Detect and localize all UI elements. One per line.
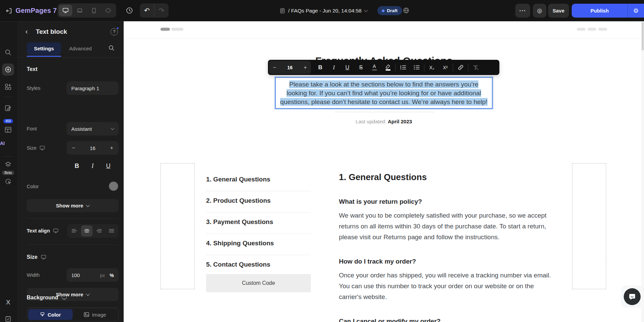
link-button[interactable] — [454, 62, 467, 73]
faq-section-heading[interactable]: 1. General Questions — [339, 171, 555, 183]
layers-icon[interactable] — [5, 161, 11, 168]
header-section-placeholder[interactable] — [124, 21, 644, 39]
add-section-icon[interactable] — [5, 83, 11, 90]
empty-column-placeholder-left[interactable] — [160, 163, 195, 289]
chat-bubble-button[interactable] — [624, 288, 641, 305]
italic-button[interactable]: I — [92, 163, 94, 170]
back-button[interactable]: ‹ — [25, 28, 28, 35]
faq-nav-item[interactable]: 1. General Questions — [206, 170, 311, 191]
device-laptop-icon[interactable] — [73, 5, 86, 16]
faq-nav-item[interactable]: 3. Payment Questions — [206, 213, 311, 234]
decrease-font-button[interactable]: − — [273, 65, 276, 71]
interactions-icon[interactable] — [5, 178, 11, 185]
width-input[interactable]: 100 px% — [67, 268, 119, 282]
notification-dot — [116, 27, 119, 30]
active-tab-underline — [27, 56, 61, 57]
subscript-button[interactable]: X₂ — [425, 62, 439, 73]
faq-question[interactable]: How do I track my order? — [339, 257, 555, 266]
bold-button[interactable]: B — [314, 62, 327, 73]
superscript-button[interactable]: X² — [439, 62, 452, 73]
tab-settings[interactable]: Settings — [27, 42, 61, 55]
faq-nav-item[interactable]: 5. Contact Questions — [206, 255, 311, 270]
clear-formatting-button[interactable] — [469, 62, 482, 73]
skeleton-pill — [577, 28, 586, 31]
align-left-button[interactable] — [69, 225, 80, 237]
faq-nav-item[interactable]: 4. Shipping Questions — [206, 234, 311, 255]
undo-button[interactable]: ↶ — [140, 3, 154, 18]
background-image-tab[interactable]: Image — [73, 309, 117, 320]
page-doc-icon — [280, 8, 285, 14]
background-color-tab[interactable]: Color — [28, 309, 73, 320]
faq-nav-item[interactable]: 2. Product Questions — [206, 191, 311, 213]
skeleton-pill — [171, 28, 183, 31]
align-center-button[interactable] — [81, 225, 93, 237]
faq-question[interactable]: What is your return policy? — [339, 198, 555, 206]
unit-px[interactable]: px — [100, 273, 105, 278]
strikethrough-button[interactable]: S — [354, 62, 368, 73]
panel-search-icon[interactable] — [108, 45, 115, 51]
bold-button[interactable]: B — [75, 163, 79, 170]
templates-icon[interactable] — [5, 127, 11, 133]
align-right-button[interactable] — [93, 225, 105, 237]
more-options-button[interactable]: ··· — [515, 4, 530, 18]
add-element-button[interactable] — [2, 64, 14, 76]
highlight-color-button[interactable] — [381, 62, 395, 73]
align-justify-button[interactable] — [106, 225, 117, 237]
publish-button[interactable]: Publish — [572, 8, 627, 14]
chevron-down-icon — [110, 126, 114, 130]
device-switcher — [57, 3, 116, 18]
breadcrumb[interactable]: / FAQs Page - Jun 20, 14:04:58 — [280, 0, 367, 21]
history-icon[interactable] — [126, 7, 133, 14]
decrease-size-button[interactable]: − — [72, 145, 75, 151]
width-value[interactable]: 100 — [71, 272, 80, 278]
styles-select[interactable]: Paragraph 1 — [67, 81, 119, 95]
color-swatch[interactable] — [109, 182, 118, 191]
underline-button[interactable]: U — [106, 163, 110, 170]
selected-text-block[interactable]: Please take a look at the sections below… — [275, 77, 493, 109]
faq-question[interactable]: Can I cancel or modify my order? — [339, 317, 555, 322]
empty-column-placeholder-right[interactable] — [572, 163, 606, 289]
italic-button[interactable]: I — [327, 62, 341, 73]
tab-advanced[interactable]: Advanced — [62, 42, 99, 55]
translate-globe-icon[interactable] — [403, 7, 410, 14]
increase-font-button[interactable]: + — [304, 65, 307, 71]
divider — [335, 112, 434, 112]
font-size-value[interactable]: 16 — [90, 145, 96, 151]
ai-tools-icon[interactable]: AI✦ — [0, 141, 16, 146]
width-label: Width — [27, 272, 40, 278]
bullet-list-button[interactable] — [410, 62, 423, 73]
custom-code-block[interactable]: Custom Code — [206, 274, 311, 292]
x-social-icon[interactable]: X — [6, 299, 10, 306]
text-block-content[interactable]: Please take a look at the sections below… — [280, 80, 488, 106]
device-responsive-icon[interactable] — [101, 5, 115, 16]
undo-redo-group: ↶ ↷ — [140, 3, 169, 18]
save-button[interactable]: Save — [548, 4, 569, 18]
ordered-list-button[interactable] — [396, 62, 410, 73]
font-select[interactable]: Assistant — [67, 122, 119, 135]
chevron-down-icon[interactable] — [364, 8, 368, 12]
redo-button[interactable]: ↷ — [154, 3, 169, 18]
preview-button[interactable]: ◎ — [533, 4, 546, 18]
search-icon[interactable] — [5, 49, 11, 56]
toolbar-font-size-value[interactable]: 16 — [287, 65, 293, 70]
checklist-icon[interactable] — [5, 316, 11, 322]
theme-pages-icon[interactable] — [5, 105, 11, 112]
publish-settings-gear-icon[interactable]: ⚙ — [628, 7, 644, 15]
underline-button[interactable]: U — [341, 62, 354, 73]
section-size-heading: Size — [27, 254, 46, 260]
unit-percent[interactable]: % — [110, 273, 114, 278]
text-show-more-button[interactable]: Show more — [27, 199, 119, 212]
device-mobile-icon[interactable] — [87, 5, 101, 16]
publish-group: Publish ⚙ — [572, 4, 644, 18]
size-label: Size — [27, 145, 45, 151]
increase-size-button[interactable]: + — [110, 145, 113, 151]
last-updated-text[interactable]: Last updated: April 2023 — [275, 119, 493, 124]
faq-answer[interactable]: Once your order has shipped, you will re… — [339, 270, 555, 302]
text-color-button[interactable]: A — [368, 62, 381, 73]
exit-editor-icon[interactable] — [5, 7, 12, 14]
faq-answer[interactable]: We want you to be completely satisfied w… — [339, 210, 555, 243]
logo[interactable]: GemPages 7 — [5, 0, 57, 21]
device-desktop-icon[interactable] — [59, 5, 72, 16]
scrollbar-thumb[interactable] — [642, 22, 644, 50]
monitor-icon — [61, 295, 67, 300]
